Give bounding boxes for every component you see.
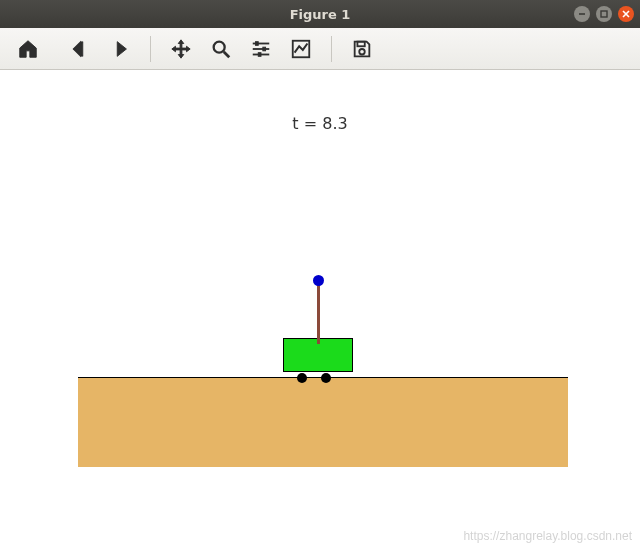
cart [283,338,353,378]
svg-point-16 [359,49,365,55]
back-button[interactable] [62,31,98,67]
svg-marker-5 [117,41,126,56]
cart-wheel-right [321,373,331,383]
figure-toolbar [0,28,640,70]
time-prefix: t = [292,114,322,133]
ground-slab [78,377,568,467]
chart-line-icon [290,38,312,60]
arrow-right-icon [109,38,131,60]
configure-subplots-button[interactable] [243,31,279,67]
svg-rect-11 [256,41,259,45]
magnify-icon [210,38,232,60]
svg-rect-15 [357,41,364,46]
time-label: t = 8.3 [0,114,640,133]
svg-rect-13 [258,52,261,56]
save-icon [351,38,373,60]
zoom-button[interactable] [203,31,239,67]
svg-point-6 [214,41,225,52]
toolbar-separator [150,36,151,62]
save-button[interactable] [344,31,380,67]
pole-mass [313,275,324,286]
move-icon [170,38,192,60]
pan-button[interactable] [163,31,199,67]
pole [317,280,320,344]
cart-wheel-left [297,373,307,383]
sliders-icon [250,38,272,60]
watermark: https://zhangrelay.blog.csdn.net [463,529,632,543]
home-button[interactable] [10,31,46,67]
window-buttons [574,6,634,22]
window-titlebar: Figure 1 [0,0,640,28]
minimize-icon [577,9,587,19]
svg-line-7 [224,51,230,57]
arrow-left-icon [69,38,91,60]
forward-button[interactable] [102,31,138,67]
close-icon [621,9,631,19]
time-value: 8.3 [322,114,347,133]
edit-axis-button[interactable] [283,31,319,67]
maximize-button[interactable] [596,6,612,22]
svg-rect-1 [601,11,607,17]
window-title: Figure 1 [0,7,640,22]
minimize-button[interactable] [574,6,590,22]
svg-rect-12 [263,47,266,51]
close-button[interactable] [618,6,634,22]
toolbar-separator [331,36,332,62]
home-icon [17,38,39,60]
figure-canvas[interactable]: t = 8.3 https://zhangrelay.blog.csdn.net [0,70,640,547]
maximize-icon [599,9,609,19]
